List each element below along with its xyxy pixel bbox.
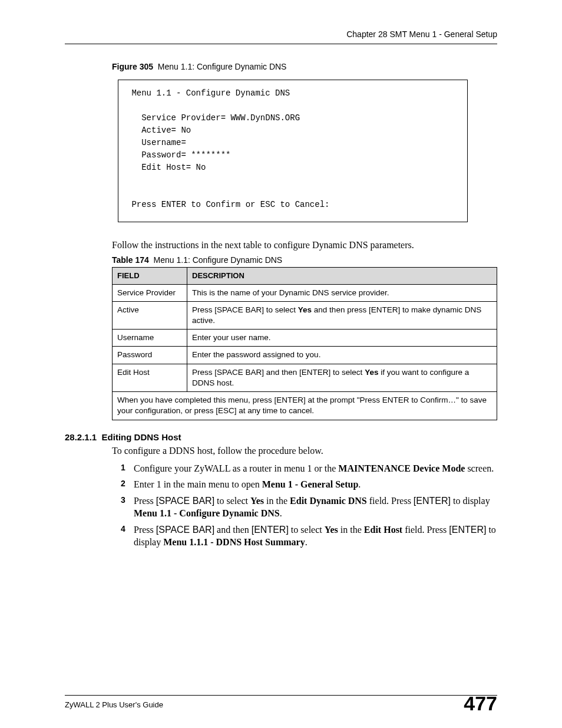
cell-footer: When you have completed this menu, press… <box>113 392 497 420</box>
table-label: Table 174 <box>112 255 149 265</box>
table-row: Active Press [SPACE BAR] to select Yes a… <box>113 301 497 329</box>
cell-desc: Enter your user name. <box>187 330 497 347</box>
cell-field: Edit Host <box>113 364 187 391</box>
th-field: FIELD <box>113 268 187 285</box>
section-intro: To configure a DDNS host, follow the pro… <box>112 446 497 456</box>
cell-field: Username <box>113 330 187 347</box>
steps-list: 1Configure your ZyWALL as a router in me… <box>121 462 497 549</box>
chapter-title: Chapter 28 SMT Menu 1 - General Setup <box>346 29 497 39</box>
section-title: Editing DDNS Host <box>102 432 181 442</box>
intro-paragraph: Follow the instructions in the next tabl… <box>112 240 497 251</box>
table-header-row: FIELD DESCRIPTION <box>113 268 497 285</box>
page-number: 477 <box>464 692 497 715</box>
list-item: 2Enter 1 in the main menu to open Menu 1… <box>121 478 497 491</box>
table-row: Edit Host Press [SPACE BAR] and then [EN… <box>113 364 497 391</box>
table-caption: Table 174 Menu 1.1: Configure Dynamic DN… <box>112 255 497 265</box>
list-item: 3Press [SPACE BAR] to select Yes in the … <box>121 495 497 520</box>
table-row: Service Provider This is the name of you… <box>113 284 497 301</box>
cell-desc: Press [SPACE BAR] to select Yes and then… <box>187 301 497 329</box>
table-row: Password Enter the password assigned to … <box>113 347 497 364</box>
table-footer-row: When you have completed this menu, press… <box>113 392 497 420</box>
table-title: Menu 1.1: Configure Dynamic DNS <box>154 255 283 265</box>
cell-desc: This is the name of your Dynamic DNS ser… <box>187 284 497 301</box>
terminal-output: Menu 1.1 - Configure Dynamic DNS Service… <box>118 80 468 222</box>
footer-guide: ZyWALL 2 Plus User's Guide <box>65 700 163 709</box>
description-table: FIELD DESCRIPTION Service Provider This … <box>112 267 497 420</box>
figure-label: Figure 305 <box>112 62 153 71</box>
page-footer: ZyWALL 2 Plus User's Guide 477 <box>65 695 497 709</box>
cell-desc: Press [SPACE BAR] and then [ENTER] to se… <box>187 364 497 391</box>
th-description: DESCRIPTION <box>187 268 497 285</box>
cell-field: Service Provider <box>113 284 187 301</box>
list-item: 4Press [SPACE BAR] and then [ENTER] to s… <box>121 523 497 549</box>
section-heading: 28.2.1.1 Editing DDNS Host <box>65 432 497 442</box>
figure-caption: Figure 305 Menu 1.1: Configure Dynamic D… <box>112 62 497 71</box>
page-header: Chapter 28 SMT Menu 1 - General Setup <box>65 29 497 44</box>
list-item: 1Configure your ZyWALL as a router in me… <box>121 462 497 475</box>
table-row: Username Enter your user name. <box>113 330 497 347</box>
cell-field: Password <box>113 347 187 364</box>
cell-field: Active <box>113 301 187 329</box>
cell-desc: Enter the password assigned to you. <box>187 347 497 364</box>
section-number: 28.2.1.1 <box>65 432 97 442</box>
figure-title: Menu 1.1: Configure Dynamic DNS <box>158 62 287 71</box>
